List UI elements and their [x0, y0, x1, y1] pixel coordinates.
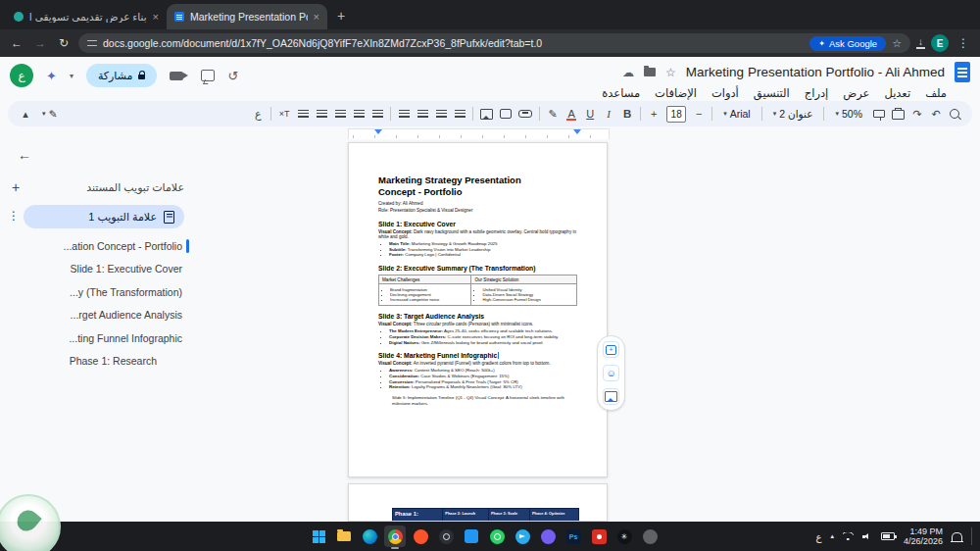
share-button[interactable]: مشاركة	[86, 64, 158, 87]
doc-table-header[interactable]: Market Challenges	[379, 276, 471, 284]
new-tab-button[interactable]: +	[337, 8, 345, 24]
battery-icon[interactable]	[881, 532, 895, 540]
doc-bullet[interactable]: Digital Natives: Gen Z/Millennials looki…	[389, 340, 577, 346]
insert-image-button[interactable]	[603, 388, 619, 405]
extension-button[interactable]: ع	[10, 64, 33, 87]
outline-item[interactable]: ...rget Audience Analysis	[0, 304, 184, 327]
translate-icon[interactable]: ع	[252, 108, 264, 121]
doc-heading-slide1[interactable]: Slide 1: Executive Cover	[378, 221, 577, 227]
hidden-icons-chevron[interactable]: ▴	[830, 532, 834, 540]
insert-link-icon[interactable]	[518, 110, 532, 118]
add-comment-button[interactable]: +	[603, 341, 619, 358]
ask-google-button[interactable]: ✦ Ask Google	[809, 36, 886, 51]
doc-heading-slide4[interactable]: Slide 4: Marketing Funnel Infographic	[378, 352, 577, 359]
hide-sidebar-button[interactable]: ←	[18, 147, 31, 163]
brave-browser-icon[interactable]	[410, 526, 431, 547]
file-explorer-icon[interactable]	[333, 526, 355, 547]
site-settings-icon[interactable]	[87, 39, 97, 47]
doc-byline[interactable]: Created by: Ali Ahmed	[378, 201, 577, 207]
font-select[interactable]: Arial▾	[719, 105, 755, 123]
start-button[interactable]	[308, 526, 329, 547]
emoji-reaction-button[interactable]: ☺	[603, 365, 619, 381]
obs-studio-icon[interactable]	[435, 526, 457, 547]
insert-image-icon[interactable]	[480, 109, 493, 120]
doc-bullet[interactable]: Retention: Loyalty Programs & Monthly Ne…	[389, 384, 577, 390]
indent-increase-icon[interactable]	[297, 110, 309, 118]
phases-table[interactable]: Phase 1: Phase 2: Launch Phase 3: Scale …	[392, 508, 579, 522]
browser-menu-icon[interactable]: ⋮	[955, 36, 972, 50]
redo-icon[interactable]: ↷	[911, 108, 923, 121]
sidebar-tab-1[interactable]: علامة التبويب 1	[24, 205, 184, 228]
url-text[interactable]: docs.google.com/document/d/1x7fY_OA26Nd6…	[103, 37, 804, 49]
doc-paragraph[interactable]: Visual Concept: Three circular profile c…	[378, 322, 577, 327]
open-comments-icon[interactable]	[201, 70, 215, 81]
doc-paragraph[interactable]: Visual Concept: Dark navy background wit…	[378, 229, 577, 240]
clock[interactable]: 1:49 PM 4/26/2026	[904, 526, 943, 547]
downloads-icon[interactable]: ↓	[916, 37, 925, 49]
doc-paragraph-slide5[interactable]: Slide 5: Implementation Timeline (Q1 - Q…	[392, 395, 577, 406]
doc-title[interactable]: Marketing Strategy PresentationConcept -…	[378, 175, 577, 197]
doc-bullet[interactable]: Footer: Company Logo | Confidential	[389, 252, 577, 258]
menu-edit[interactable]: تعديل	[884, 86, 910, 100]
wifi-icon[interactable]	[843, 532, 854, 540]
menu-file[interactable]: ملف	[925, 86, 947, 100]
styles-select[interactable]: عنوان 2▾	[769, 105, 817, 123]
telegram-icon[interactable]	[512, 526, 533, 547]
doc-paragraph[interactable]: Visual Concept: An inverted pyramid (Fun…	[378, 361, 577, 367]
language-indicator[interactable]: ع	[815, 531, 821, 542]
add-tab-button[interactable]: +	[12, 179, 20, 195]
search-menus-icon[interactable]	[949, 109, 960, 119]
increase-font-size-button[interactable]: +	[648, 108, 660, 120]
paint-format-icon[interactable]	[873, 110, 885, 118]
forward-button[interactable]: →	[31, 36, 49, 50]
edge-browser-icon[interactable]	[359, 526, 380, 547]
menu-view[interactable]: عرض	[843, 86, 869, 100]
decrease-font-size-button[interactable]: −	[693, 108, 705, 120]
insert-comment-icon[interactable]	[500, 109, 512, 119]
collapse-toolbar-icon[interactable]: ▴	[20, 108, 31, 121]
doc-table-cell[interactable]: Unified Visual Identity Data-Driven Soci…	[471, 284, 577, 306]
doc-heading-slide2[interactable]: Slide 2: Executive Summary (The Transfor…	[378, 265, 577, 272]
doc-heading-slide3[interactable]: Slide 3: Target Audience Analysis	[378, 313, 577, 320]
tab2-close-icon[interactable]: ×	[314, 11, 319, 23]
bookmark-star-icon[interactable]: ☆	[892, 37, 902, 50]
line-spacing-icon[interactable]	[398, 110, 410, 118]
outline-item[interactable]: ...y (The Transformation)	[0, 280, 184, 304]
phase-header-cell[interactable]: Phase 3: Scale	[488, 509, 529, 522]
volume-icon[interactable]	[862, 532, 872, 541]
google-docs-logo[interactable]	[955, 62, 970, 82]
gemini-dropdown-icon[interactable]: ▾	[70, 72, 74, 80]
document-page-2[interactable]: Phase 1: Phase 2: Launch Phase 3: Scale …	[348, 483, 608, 522]
profile-avatar[interactable]: E	[931, 34, 949, 52]
editing-mode-select[interactable]: ✎▾	[38, 105, 61, 123]
indent-decrease-icon[interactable]	[316, 110, 327, 118]
vscode-icon[interactable]	[461, 526, 482, 547]
align-left-icon[interactable]	[416, 110, 428, 118]
undo-icon[interactable]: ↶	[930, 108, 942, 121]
document-title[interactable]: Marketing Presentation Portfolio - Ali A…	[686, 65, 945, 79]
reload-button[interactable]: ↻	[55, 36, 73, 50]
move-to-folder-icon[interactable]	[644, 68, 656, 76]
menu-help[interactable]: مساعدة	[602, 86, 640, 100]
bulleted-list-icon[interactable]	[353, 110, 365, 118]
gemini-sparkle-icon[interactable]: ✦	[46, 69, 57, 83]
indent-marker-left[interactable]	[374, 129, 382, 134]
notifications-bell-icon[interactable]	[952, 532, 962, 541]
browser-tab-active[interactable]: Marketing Presentation Portfol... ×	[167, 4, 327, 29]
checklist-icon[interactable]	[371, 110, 383, 118]
tab1-close-icon[interactable]: ×	[153, 11, 159, 23]
underline-icon[interactable]: U	[584, 108, 596, 120]
indent-marker-right[interactable]	[573, 129, 581, 134]
align-right-icon[interactable]	[454, 110, 466, 118]
menu-format[interactable]: التنسيق	[754, 86, 790, 100]
doc-table-header[interactable]: Our Strategic Solution	[471, 276, 577, 284]
phase-header-cell[interactable]: Phase 2: Launch	[443, 509, 489, 522]
outline-item[interactable]: Phase 1: Research	[0, 350, 184, 374]
numbered-list-icon[interactable]	[334, 110, 346, 118]
photoshop-icon[interactable]: Ps	[563, 526, 584, 547]
doc-byline[interactable]: Role: Presentation Specialist & Visual D…	[378, 208, 577, 214]
outline-item[interactable]: ...ting Funnel Infographic	[0, 326, 184, 350]
version-history-icon[interactable]: ↺	[227, 69, 238, 83]
clear-formatting-icon[interactable]: T×	[278, 109, 290, 119]
zoom-select[interactable]: 50%▾	[831, 105, 866, 123]
